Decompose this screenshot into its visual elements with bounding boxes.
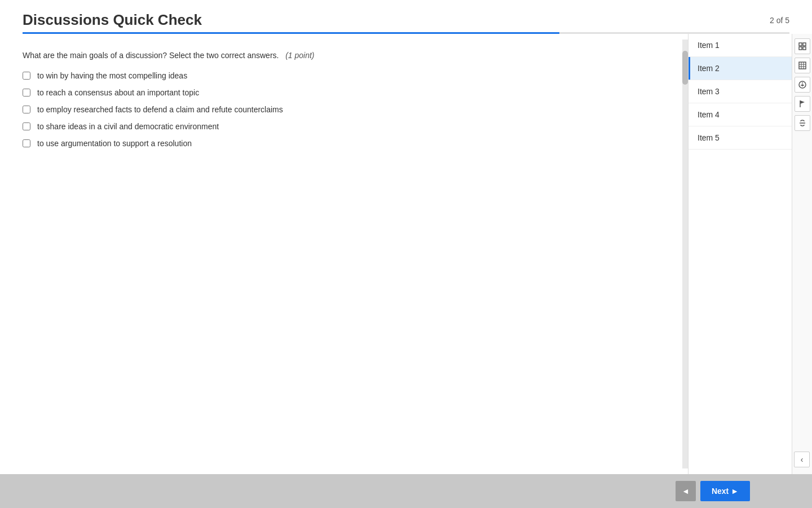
- answer-label-4: to share ideas in a civil and democratic…: [37, 122, 219, 131]
- accessibility-icon[interactable]: [795, 77, 810, 93]
- svg-rect-3: [803, 47, 806, 50]
- answer-option-3[interactable]: to employ researched facts to defend a c…: [23, 105, 660, 114]
- header: Discussions Quick Check 2 of 5: [0, 0, 812, 29]
- footer: ◄ Next ►: [0, 474, 812, 508]
- svg-point-10: [802, 82, 803, 84]
- svg-marker-14: [800, 100, 805, 104]
- checkbox-2[interactable]: [23, 89, 30, 97]
- answer-label-3: to employ researched facts to defend a c…: [37, 105, 283, 114]
- main-content: What are the main goals of a discussion?…: [0, 34, 812, 474]
- sidebar-item-label-3: Item 3: [698, 87, 783, 96]
- answer-option-4[interactable]: to share ideas in a civil and democratic…: [23, 122, 660, 131]
- expand-icon[interactable]: [795, 38, 810, 54]
- question-point: (1 point): [285, 51, 314, 60]
- sidebar-items: Item 1 Item 2 Item 3 Item 4 Item 5: [689, 34, 792, 150]
- sidebar-item-3[interactable]: Item 3: [689, 80, 792, 103]
- sidebar-item-2[interactable]: Item 2: [689, 57, 792, 80]
- answer-label-5: to use argumentation to support a resolu…: [37, 139, 192, 148]
- strikethrough-icon[interactable]: [795, 115, 810, 131]
- next-button[interactable]: Next ►: [700, 481, 750, 501]
- collapse-sidebar-button[interactable]: ‹: [794, 452, 810, 467]
- checkbox-1[interactable]: [23, 72, 30, 80]
- sidebar-item-label-1: Item 1: [698, 41, 783, 50]
- checkbox-3[interactable]: [23, 106, 30, 113]
- page-title: Discussions Quick Check: [23, 11, 202, 29]
- answer-label-1: to win by having the most compelling ide…: [37, 71, 187, 80]
- svg-rect-2: [799, 47, 802, 50]
- svg-rect-0: [799, 43, 802, 46]
- question-area: What are the main goals of a discussion?…: [0, 34, 682, 474]
- scrollbar-thumb[interactable]: [682, 51, 688, 85]
- progress-indicator: 2 of 5: [770, 16, 789, 25]
- answer-option-5[interactable]: to use argumentation to support a resolu…: [23, 139, 660, 148]
- flag-icon[interactable]: [795, 96, 810, 112]
- svg-rect-4: [799, 62, 806, 69]
- collapse-icon: ‹: [801, 455, 804, 464]
- scrollbar[interactable]: [682, 40, 688, 468]
- sidebar-item-label-5: Item 5: [698, 133, 783, 142]
- right-sidebar: Item 1 Item 2 Item 3 Item 4 Item 5: [688, 34, 812, 474]
- sidebar-item-5[interactable]: Item 5: [689, 126, 792, 150]
- sidebar-item-1[interactable]: Item 1: [689, 34, 792, 57]
- svg-rect-1: [803, 43, 806, 46]
- answer-option-2[interactable]: to reach a consensus about an important …: [23, 88, 660, 97]
- answer-label-2: to reach a consensus about an important …: [37, 88, 199, 97]
- question-text: What are the main goals of a discussion?…: [23, 51, 660, 60]
- grid-icon[interactable]: [795, 58, 810, 73]
- checkbox-4[interactable]: [23, 122, 30, 130]
- page-container: Discussions Quick Check 2 of 5 What are …: [0, 0, 812, 508]
- sidebar-item-label-2: Item 2: [698, 64, 783, 73]
- checkbox-5[interactable]: [23, 139, 30, 147]
- sidebar-item-4[interactable]: Item 4: [689, 103, 792, 126]
- answer-option-1[interactable]: to win by having the most compelling ide…: [23, 71, 660, 80]
- icons-panel: ‹: [792, 34, 812, 474]
- sidebar-item-label-4: Item 4: [698, 110, 783, 119]
- question-label: What are the main goals of a discussion?…: [23, 51, 279, 60]
- prev-button[interactable]: ◄: [676, 481, 696, 501]
